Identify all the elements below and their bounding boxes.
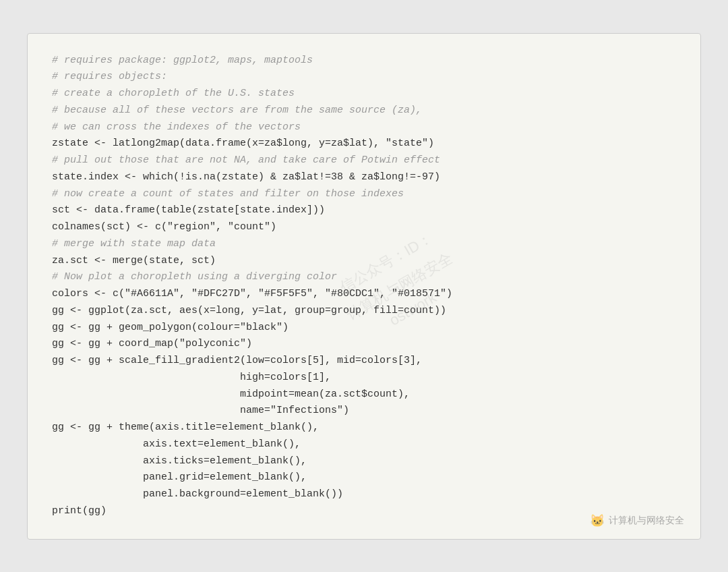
code-line: gg <- gg + coord_map("polyconic") [52, 338, 252, 349]
code-line: # now create a count of states and filte… [52, 188, 404, 200]
code-line: axis.ticks=element_blank(), [52, 455, 307, 467]
code-line: name="Infections") [52, 405, 349, 416]
watermark-icon: 🐱 [590, 513, 605, 528]
watermark-bottom: 🐱 计算机与网络安全 [590, 513, 684, 528]
code-line: gg <- gg + theme(axis.title=element_blan… [52, 422, 319, 433]
code-line: high=colors[1], [52, 372, 331, 383]
code-line: panel.background=element_blank()) [52, 488, 343, 500]
code-line: # Now plot a choropleth using a divergin… [52, 271, 337, 283]
code-line: colors <- c("#A6611A", "#DFC27D", "#F5F5… [52, 288, 452, 299]
code-line: zstate <- latlong2map(data.frame(x=za$lo… [52, 138, 434, 149]
code-line: gg <- ggplot(za.sct, aes(x=long, y=lat, … [52, 305, 446, 316]
code-line: gg <- gg + scale_fill_gradient2(low=colo… [52, 355, 422, 366]
code-line: midpoint=mean(za.sct$count), [52, 389, 410, 400]
code-line: axis.text=element_blank(), [52, 438, 301, 450]
code-line: state.index <- which(!is.na(zstate) & za… [52, 171, 440, 183]
watermark-bottom-text: 计算机与网络安全 [609, 515, 684, 527]
code-line: # we can cross the indexes of the vector… [52, 121, 301, 133]
code-line: # requires objects: [52, 71, 167, 82]
code-line: # requires package: ggplot2, maps, mapto… [52, 55, 313, 66]
code-line: print(gg) [52, 505, 107, 517]
code-line: # create a choropleth of the U.S. states [52, 88, 295, 99]
code-line: panel.grid=element_blank(), [52, 471, 307, 483]
code-line: za.sct <- merge(state, sct) [52, 255, 216, 266]
code-container: # requires package: ggplot2, maps, mapto… [27, 33, 701, 540]
code-line: sct <- data.frame(table(zstate[state.ind… [52, 204, 325, 216]
code-line: colnames(sct) <- c("region", "count") [52, 221, 276, 233]
code-line: # because all of these vectors are from … [52, 105, 422, 116]
code-line: gg <- gg + geom_polygon(colour="black") [52, 322, 289, 333]
code-line: # merge with state map data [52, 238, 216, 250]
code-line: # pull out those that are not NA, and ta… [52, 154, 440, 166]
code-block: # requires package: ggplot2, maps, mapto… [52, 53, 676, 520]
